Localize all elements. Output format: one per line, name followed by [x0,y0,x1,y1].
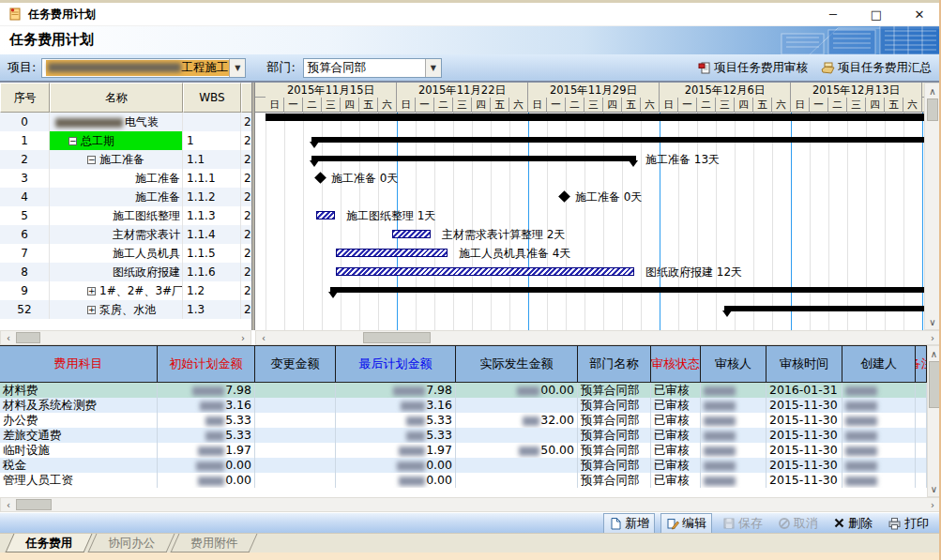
task-row[interactable]: 0电气装2 [0,113,251,131]
blurred-text [845,386,877,396]
gantt-horizontal-scrollbar[interactable]: ‹ › [255,330,941,345]
cost-cell: 已审核 [651,458,701,473]
summary-bar[interactable] [311,156,636,161]
dept-combobox[interactable]: 预算合同部 ▼ [303,58,442,78]
scroll-right-icon[interactable]: › [925,331,940,344]
cost-cell: 1.97 [158,443,255,458]
project-task-cost-review-button[interactable]: 项目任务费用审核 [698,60,808,76]
cost-cell-value: 0.00 [225,458,251,472]
scroll-up-icon[interactable]: ∧ [925,83,940,98]
cost-col-header[interactable]: 最后计划金额 [336,346,456,382]
cost-col-header[interactable]: 变更金额 [255,346,336,382]
summary-bar[interactable] [724,306,924,311]
close-button[interactable]: ✕ [898,3,941,25]
task-row[interactable]: 8图纸政府报建1.1.62 [0,263,251,281]
cost-col-header[interactable]: 实际发生金额 [456,346,578,382]
print-button[interactable]: 打印 [883,514,933,533]
gantt-day-header: 日一二三四五六日一二三四五六日一二三四五六日一二三四五六日一二三四五六 [255,98,924,113]
clipped-date-cell: 2 [241,113,251,131]
minimize-button[interactable]: ─ [812,3,855,25]
cost-cell-value: 已审核 [654,458,690,472]
cost-row[interactable]: 管理人员工资0.000.00预算合同部已审核2015-11-30 [0,473,927,488]
summary-bar[interactable] [311,137,924,143]
task-row[interactable]: 3施工准备1.1.12 [0,169,251,188]
cost-cell [255,458,336,473]
cost-row[interactable]: 临时设施1.971.9750.00预算合同部已审核2015-11-30 [0,443,927,458]
collapse-icon[interactable]: − [68,137,77,145]
cost-col-header[interactable]: 审核状态 [651,346,701,382]
task-bar[interactable] [392,230,431,238]
scroll-down-icon[interactable]: ∨ [925,314,940,329]
chevron-down-icon[interactable]: ▼ [425,59,441,77]
cost-cell [842,458,916,473]
col-header-wbs[interactable]: WBS [183,83,241,113]
scrollbar-thumb[interactable] [929,361,940,408]
tab-费用附件[interactable]: 费用附件 [171,534,258,552]
milestone-diamond[interactable] [314,172,326,184]
cost-col-header[interactable]: 部门名称 [578,346,651,382]
project-task-cost-summary-button[interactable]: 项目任务费用汇总 [821,60,932,76]
scroll-left-icon[interactable]: ‹ [1,331,16,344]
expand-icon[interactable]: + [87,306,96,314]
tab-协同办公[interactable]: 协同办公 [88,534,175,552]
expand-icon[interactable]: + [87,287,96,295]
cost-row[interactable]: 税金0.000.00预算合同部已审核2015-11-30 [0,458,927,473]
delete-button[interactable]: 删除 [828,514,877,533]
col-header-seq[interactable]: 序号 [0,83,50,113]
task-seq: 9 [0,281,50,300]
collapse-icon[interactable]: − [87,156,96,164]
clipped-date-cell: 2 [241,188,251,206]
gantt-chart-body[interactable]: 施工准备 13天施工准备 0天施工准备 0天施工图纸整理 1天主材需求表计算整理… [255,113,924,330]
cost-cell: 1.97 [336,443,456,458]
cost-row[interactable]: 差旅交通费5.335.33预算合同部已审核2015-11-30 [0,428,927,443]
summary-bar[interactable] [330,287,924,293]
cost-col-header[interactable]: 备注 [916,346,927,382]
task-row[interactable]: 4施工准备1.1.22 [0,188,251,206]
edit-button[interactable]: 编辑 [660,513,712,534]
scroll-left-icon[interactable]: ‹ [1,498,16,511]
new-button[interactable]: 新增 [603,513,655,534]
task-bar[interactable] [336,249,448,257]
scrollbar-thumb[interactable] [927,98,938,121]
task-row[interactable]: 9+1#、2#、3#厂房1.22 [0,281,251,300]
scrollbar-thumb[interactable] [16,332,40,343]
cost-cell [255,473,336,488]
project-combobox[interactable]: 工程施工 ▼ [41,58,246,78]
maximize-button[interactable]: □ [855,3,898,25]
col-header-name[interactable]: 名称 [50,83,183,113]
cost-cell-value: 预算合同部 [581,398,640,412]
cost-table-header: 费用科目初始计划金额变更金额最后计划金额实际发生金额部门名称审核状态审核人审核时… [0,345,927,383]
cost-cell: 差旅交通费 [0,428,158,443]
scroll-right-icon[interactable]: › [235,331,250,344]
scrollbar-thumb[interactable] [363,332,431,343]
tab-任务费用[interactable]: 任务费用 [6,534,93,552]
task-row[interactable]: 7施工人员机具1.1.52 [0,244,251,263]
cost-col-header[interactable]: 审核时间 [766,346,842,382]
gantt-day-label: 三 [322,98,341,113]
chevron-down-icon[interactable]: ▼ [229,59,245,77]
cost-col-header[interactable]: 审核人 [701,346,766,382]
cost-table-horizontal-scrollbar[interactable]: ‹ › [0,497,941,512]
cost-row[interactable]: 材料及系统检测费3.163.16预算合同部已审核2015-11-30 [0,398,927,413]
scroll-left-icon[interactable]: ‹ [256,331,271,344]
task-row[interactable]: 52+泵房、水池1.32 [0,300,251,319]
task-row[interactable]: 5施工图纸整理1.1.32 [0,206,251,225]
task-cost-plan-window: 任务费用计划 ─ □ ✕ 任务费用计划 项目: 工程施工 ▼ [0,0,941,560]
cost-col-header[interactable]: 费用科目 [0,346,158,382]
milestone-diamond[interactable] [558,190,570,203]
task-bar[interactable] [336,267,634,276]
cost-col-header[interactable]: 初始计划金额 [158,346,255,382]
cost-row[interactable]: 办公费5.335.3332.00预算合同部已审核2015-11-30 [0,413,927,428]
scrollbar-thumb[interactable] [16,499,52,510]
scroll-right-icon[interactable]: › [925,498,940,511]
grid-horizontal-scrollbar[interactable]: ‹ › [0,330,251,345]
task-row[interactable]: 1−总工期12 [0,131,251,150]
task-bar[interactable] [316,211,335,219]
task-row[interactable]: 2−施工准备1.12 [0,150,251,169]
cost-row[interactable]: 材料费7.987.9800.00预算合同部已审核2016-01-31 [0,383,927,398]
cost-cell-value: 5.33 [426,413,452,427]
project-summary-bar[interactable] [266,114,924,121]
cost-col-header[interactable]: 创建人 [842,346,916,382]
blurred-text [205,416,224,426]
task-row[interactable]: 6主材需求表计1.1.42 [0,225,251,244]
